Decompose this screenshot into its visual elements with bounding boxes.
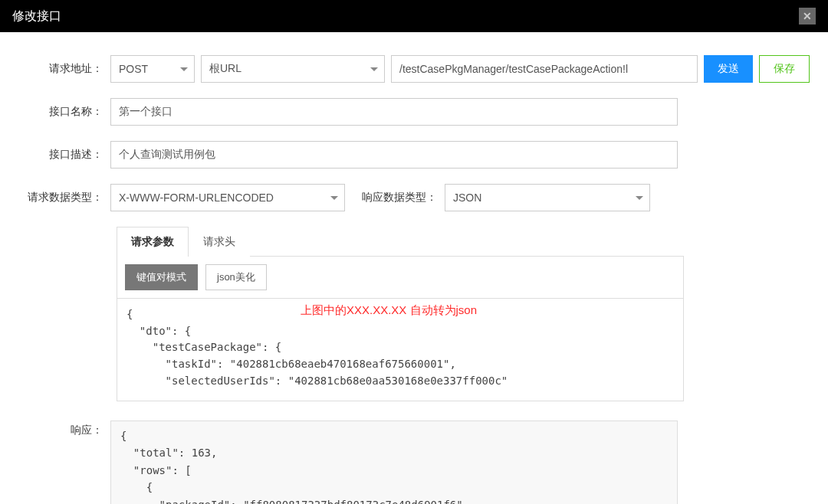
close-icon[interactable]: ✕	[799, 8, 816, 25]
label-api-name: 接口名称：	[18, 105, 110, 119]
api-desc-input[interactable]	[110, 141, 678, 169]
chevron-down-icon	[370, 67, 378, 71]
row-api-name: 接口名称：	[18, 98, 810, 126]
request-body-textarea[interactable]	[117, 298, 684, 401]
json-beautify-button[interactable]: json美化	[205, 264, 267, 290]
req-type-select[interactable]: X-WWW-FORM-URLENCODED	[110, 184, 345, 211]
response-area: { "total": 163, "rows": [ { "packageId":…	[110, 421, 678, 504]
tabs: 请求参数 请求头	[117, 227, 684, 257]
row-data-types: 请求数据类型： X-WWW-FORM-URLENCODED 响应数据类型： JS…	[18, 184, 810, 211]
row-request-url: 请求地址： POST 根URL 发送 保存	[18, 55, 810, 83]
chevron-down-icon	[330, 196, 338, 200]
dialog-title: 修改接口	[12, 8, 61, 25]
root-url-value: 根URL	[209, 62, 242, 76]
tab-params[interactable]: 请求参数	[117, 227, 189, 257]
params-section: 请求参数 请求头 键值对模式 json美化 上图中的XXX.XX.XX 自动转为…	[117, 227, 684, 404]
label-api-desc: 接口描述：	[18, 148, 110, 162]
resp-type-value: JSON	[453, 191, 481, 204]
titlebar: 修改接口 ✕	[0, 0, 828, 32]
params-toolbar: 键值对模式 json美化	[117, 257, 684, 298]
label-req-type: 请求数据类型：	[18, 191, 110, 205]
label-request-url: 请求地址：	[18, 62, 110, 76]
api-name-input[interactable]	[110, 98, 678, 126]
chevron-down-icon	[180, 67, 188, 71]
label-response: 响应：	[18, 421, 110, 437]
chevron-down-icon	[636, 196, 643, 200]
method-select[interactable]: POST	[110, 55, 195, 83]
tab-headers[interactable]: 请求头	[189, 227, 250, 257]
root-url-select[interactable]: 根URL	[201, 55, 385, 83]
method-value: POST	[119, 63, 148, 75]
row-response: 响应： { "total": 163, "rows": [ { "package…	[18, 421, 810, 504]
content-area: 请求地址： POST 根URL 发送 保存 接口名称： 接口描述： 请求数据类型…	[0, 32, 828, 504]
path-input[interactable]	[391, 55, 698, 83]
row-api-desc: 接口描述：	[18, 141, 810, 169]
req-type-value: X-WWW-FORM-URLENCODED	[119, 191, 274, 204]
label-resp-type: 响应数据类型：	[345, 191, 445, 205]
resp-type-select[interactable]: JSON	[445, 184, 650, 211]
kv-mode-button[interactable]: 键值对模式	[125, 264, 198, 290]
send-button[interactable]: 发送	[704, 55, 753, 83]
save-button[interactable]: 保存	[759, 55, 810, 83]
